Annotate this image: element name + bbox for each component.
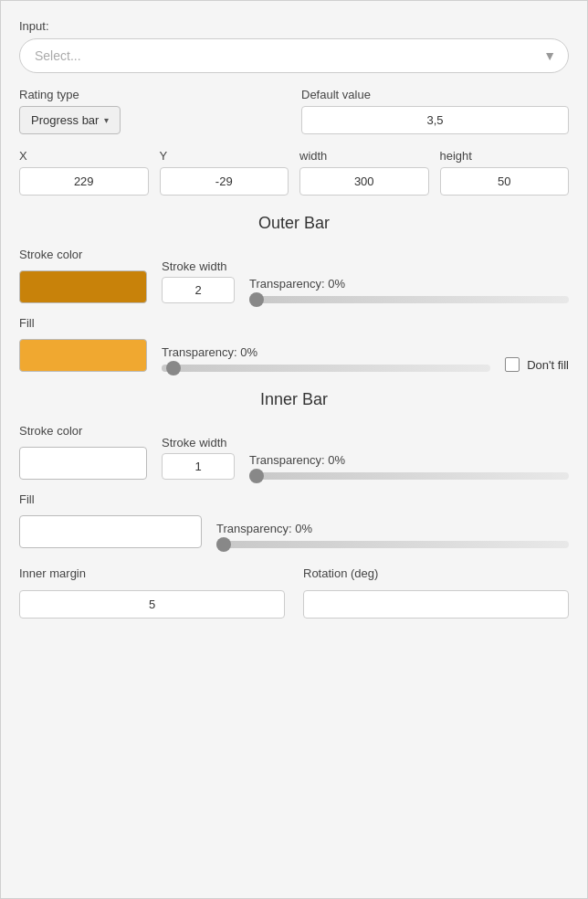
x-label: X [19, 149, 149, 163]
y-label: Y [160, 149, 289, 163]
rating-type-col: Rating type Progress bar ▾ [19, 88, 287, 134]
inner-stroke-slider-thumb[interactable] [249, 469, 264, 483]
outer-stroke-width-col: Stroke width [162, 259, 235, 303]
outer-stroke-color-label: Stroke color [19, 248, 147, 261]
inner-fill-slider-track [216, 541, 569, 548]
x-col: X [19, 149, 149, 196]
rating-type-label: Rating type [19, 88, 287, 101]
outer-stroke-row: Stroke color Stroke width Transparency: … [19, 248, 569, 303]
outer-stroke-width-label: Stroke width [162, 259, 235, 273]
inner-stroke-color-label: Stroke color [19, 424, 147, 438]
outer-stroke-transparency-col: Transparency: 0% [249, 277, 569, 303]
default-value-col: Default value [301, 88, 569, 134]
outer-fill-col: Fill [19, 316, 147, 372]
dont-fill-checkbox[interactable] [505, 357, 520, 372]
rotation-input[interactable] [303, 590, 569, 619]
inner-margin-input[interactable] [19, 590, 285, 619]
inner-stroke-color-swatch[interactable] [19, 447, 147, 480]
inner-stroke-width-input[interactable] [162, 453, 235, 480]
inner-stroke-row: Stroke color Stroke width Transparency: … [19, 424, 569, 480]
inner-stroke-transparency-label: Transparency: 0% [249, 453, 569, 467]
rating-type-dropdown[interactable]: Progress bar ▾ [19, 106, 121, 134]
outer-fill-label: Fill [19, 316, 147, 330]
inner-fill-slider-thumb[interactable] [216, 537, 231, 552]
inner-fill-label: Fill [19, 492, 202, 506]
input-label: Input: [19, 19, 569, 33]
dropdown-arrow-icon: ▾ [104, 115, 109, 125]
y-col: Y [160, 149, 289, 196]
inner-bar-title: Inner Bar [19, 390, 569, 409]
inner-stroke-color-col: Stroke color [19, 424, 147, 480]
width-input[interactable] [299, 167, 429, 196]
height-col: height [440, 149, 570, 196]
inner-fill-transparency-col: Transparency: 0% [216, 522, 569, 548]
outer-fill-slider-track [162, 365, 490, 372]
inner-margin-label: Inner margin [19, 566, 285, 580]
height-input[interactable] [440, 167, 570, 196]
dont-fill-col: Don't fill [505, 357, 569, 372]
width-col: width [299, 149, 429, 196]
outer-stroke-width-input[interactable] [162, 277, 235, 303]
outer-fill-swatch[interactable] [19, 339, 147, 372]
outer-fill-row: Fill Transparency: 0% Don't fill [19, 316, 569, 372]
outer-bar-title: Outer Bar [19, 214, 569, 233]
dont-fill-label: Don't fill [527, 358, 569, 372]
outer-stroke-color-swatch[interactable] [19, 270, 147, 303]
height-label: height [440, 149, 570, 163]
y-input[interactable] [160, 167, 289, 196]
outer-stroke-transparency-label: Transparency: 0% [249, 277, 569, 291]
select-input[interactable]: Select... [19, 38, 569, 73]
outer-fill-slider-thumb[interactable] [166, 361, 181, 375]
inner-stroke-width-label: Stroke width [162, 436, 235, 450]
inner-fill-transparency-label: Transparency: 0% [216, 522, 569, 535]
outer-stroke-slider-track [249, 296, 569, 303]
outer-stroke-color-col: Stroke color [19, 248, 147, 303]
inner-fill-row: Fill Transparency: 0% [19, 492, 569, 548]
default-value-label: Default value [301, 88, 569, 101]
select-wrapper: Select... ▼ [19, 38, 569, 73]
inner-margin-col: Inner margin [19, 566, 285, 619]
inner-fill-swatch[interactable] [19, 515, 202, 548]
outer-stroke-slider-thumb[interactable] [249, 292, 264, 307]
position-row: X Y width height [19, 149, 569, 196]
rating-row: Rating type Progress bar ▾ Default value [19, 88, 569, 134]
outer-fill-transparency-label: Transparency: 0% [162, 345, 490, 359]
main-panel: Input: Select... ▼ Rating type Progress … [0, 0, 588, 899]
x-input[interactable] [19, 167, 149, 196]
default-value-input[interactable] [301, 106, 569, 134]
rating-type-value: Progress bar [31, 113, 99, 127]
rotation-label: Rotation (deg) [303, 566, 569, 580]
inner-rotation-col: Rotation (deg) [303, 566, 569, 619]
inner-stroke-width-col: Stroke width [162, 436, 235, 480]
width-label: width [299, 149, 429, 163]
inner-margin-rotation-row: Inner margin Rotation (deg) [19, 566, 569, 619]
outer-fill-transparency-col: Transparency: 0% [162, 345, 490, 372]
inner-stroke-transparency-col: Transparency: 0% [249, 453, 569, 480]
inner-stroke-slider-track [249, 472, 569, 480]
inner-fill-col: Fill [19, 492, 202, 548]
